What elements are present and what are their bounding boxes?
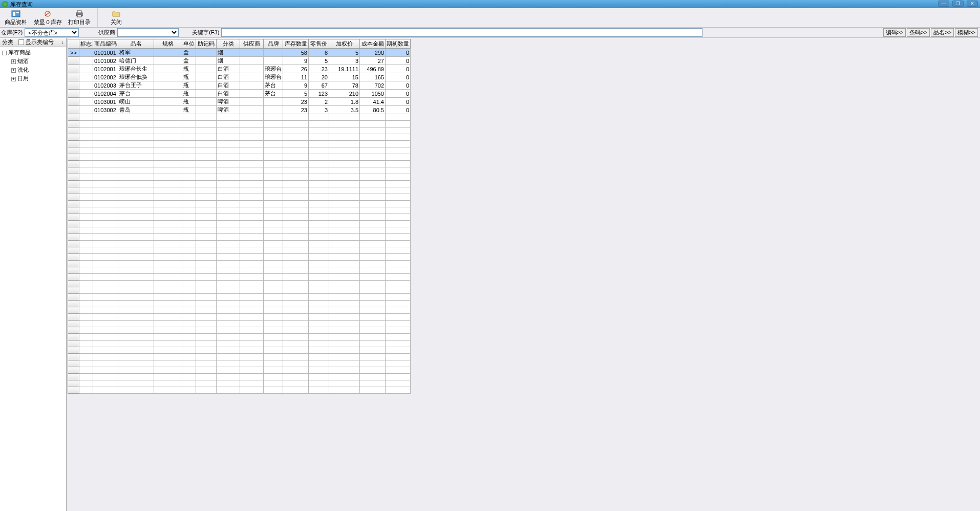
cell-spec[interactable] <box>154 98 182 106</box>
cell-brand[interactable] <box>264 98 283 106</box>
cell-empty[interactable] <box>196 167 217 174</box>
cell-empty[interactable] <box>360 340 386 347</box>
cell-empty[interactable] <box>182 201 196 207</box>
cell-empty[interactable] <box>118 161 154 167</box>
cell-initial_qty[interactable]: 0 <box>386 65 411 73</box>
cell-empty[interactable] <box>118 321 154 327</box>
cell-empty[interactable] <box>182 327 196 334</box>
cell-empty[interactable] <box>283 281 309 287</box>
column-header-code[interactable]: 商品编码 <box>93 39 118 49</box>
cell-empty[interactable] <box>93 287 118 294</box>
cell-empty[interactable] <box>217 367 240 374</box>
cell-empty[interactable] <box>283 387 309 394</box>
cell-retail_price[interactable]: 5 <box>309 57 329 65</box>
table-row-empty[interactable] <box>68 247 411 254</box>
tree-node[interactable]: +烟酒 <box>11 57 64 66</box>
cell-empty[interactable] <box>79 234 93 241</box>
cell-empty[interactable] <box>182 374 196 380</box>
cell-category[interactable]: 啤酒 <box>217 106 240 114</box>
cell-empty[interactable] <box>240 274 264 281</box>
cell-empty[interactable] <box>196 254 217 261</box>
cell-empty[interactable] <box>217 261 240 267</box>
tree-node[interactable]: +日用 <box>11 74 64 83</box>
supplier-select[interactable] <box>117 28 179 37</box>
cell-empty[interactable] <box>118 227 154 234</box>
cell-empty[interactable] <box>386 214 411 221</box>
cell-empty[interactable] <box>309 127 329 134</box>
cell-initial_qty[interactable]: 0 <box>386 73 411 81</box>
cell-empty[interactable] <box>93 254 118 261</box>
table-row[interactable]: 0102004茅台瓶白酒茅台512321010500 <box>68 90 411 98</box>
cell-empty[interactable] <box>240 367 264 374</box>
cell-empty[interactable] <box>240 141 264 147</box>
cell-empty[interactable] <box>264 214 283 221</box>
cell-empty[interactable] <box>196 127 217 134</box>
cell-empty[interactable] <box>118 147 154 154</box>
cell-name[interactable]: 青岛 <box>118 106 154 114</box>
cell-empty[interactable] <box>264 380 283 387</box>
cell-empty[interactable] <box>182 274 196 281</box>
cell-empty[interactable] <box>154 167 182 174</box>
column-header-weighted_price[interactable]: 加权价 <box>329 39 360 49</box>
cell-retail_price[interactable]: 8 <box>309 49 329 57</box>
cell-empty[interactable] <box>182 267 196 274</box>
cell-empty[interactable] <box>309 267 329 274</box>
cell-supplier[interactable] <box>240 65 264 73</box>
cell-empty[interactable] <box>329 114 360 121</box>
cell-empty[interactable] <box>217 340 240 347</box>
cell-empty[interactable] <box>118 294 154 301</box>
cell-empty[interactable] <box>93 147 118 154</box>
cell-empty[interactable] <box>79 360 93 367</box>
cell-empty[interactable] <box>196 261 217 267</box>
cell-empty[interactable] <box>283 360 309 367</box>
cell-mark[interactable] <box>79 81 93 90</box>
cell-mnemonic[interactable] <box>196 49 217 57</box>
table-row-empty[interactable] <box>68 267 411 274</box>
cell-supplier[interactable] <box>240 57 264 65</box>
cell-empty[interactable] <box>264 267 283 274</box>
cell-empty[interactable] <box>118 314 154 321</box>
cell-empty[interactable] <box>93 354 118 360</box>
cell-empty[interactable] <box>93 301 118 307</box>
cell-empty[interactable] <box>264 121 283 127</box>
cell-empty[interactable] <box>196 367 217 374</box>
collapse-icon[interactable]: - <box>2 51 7 55</box>
cell-empty[interactable] <box>79 141 93 147</box>
cell-empty[interactable] <box>196 141 217 147</box>
table-row-empty[interactable] <box>68 201 411 207</box>
cell-empty[interactable] <box>360 127 386 134</box>
cell-empty[interactable] <box>217 387 240 394</box>
cell-unit[interactable]: 瓶 <box>182 81 196 90</box>
table-row-empty[interactable] <box>68 281 411 287</box>
cell-empty[interactable] <box>93 234 118 241</box>
cell-empty[interactable] <box>118 287 154 294</box>
cell-empty[interactable] <box>79 121 93 127</box>
cell-empty[interactable] <box>309 334 329 340</box>
cell-empty[interactable] <box>309 134 329 141</box>
cell-empty[interactable] <box>154 301 182 307</box>
cell-empty[interactable] <box>182 334 196 340</box>
cell-empty[interactable] <box>240 227 264 234</box>
cell-empty[interactable] <box>93 321 118 327</box>
cell-empty[interactable] <box>93 261 118 267</box>
cell-empty[interactable] <box>79 221 93 227</box>
cell-empty[interactable] <box>154 147 182 154</box>
cell-empty[interactable] <box>79 161 93 167</box>
cell-empty[interactable] <box>386 174 411 181</box>
cell-empty[interactable] <box>329 380 360 387</box>
cell-empty[interactable] <box>79 367 93 374</box>
cell-empty[interactable] <box>182 247 196 254</box>
cell-empty[interactable] <box>309 161 329 167</box>
cell-empty[interactable] <box>283 147 309 154</box>
cell-empty[interactable] <box>182 367 196 374</box>
cell-empty[interactable] <box>182 234 196 241</box>
cell-empty[interactable] <box>93 281 118 287</box>
cell-empty[interactable] <box>196 181 217 187</box>
cell-empty[interactable] <box>264 207 283 214</box>
cell-empty[interactable] <box>264 234 283 241</box>
column-header-cost_amount[interactable]: 成本金额 <box>360 39 386 49</box>
cell-empty[interactable] <box>93 214 118 221</box>
cell-empty[interactable] <box>182 287 196 294</box>
cell-empty[interactable] <box>329 134 360 141</box>
cell-empty[interactable] <box>182 147 196 154</box>
